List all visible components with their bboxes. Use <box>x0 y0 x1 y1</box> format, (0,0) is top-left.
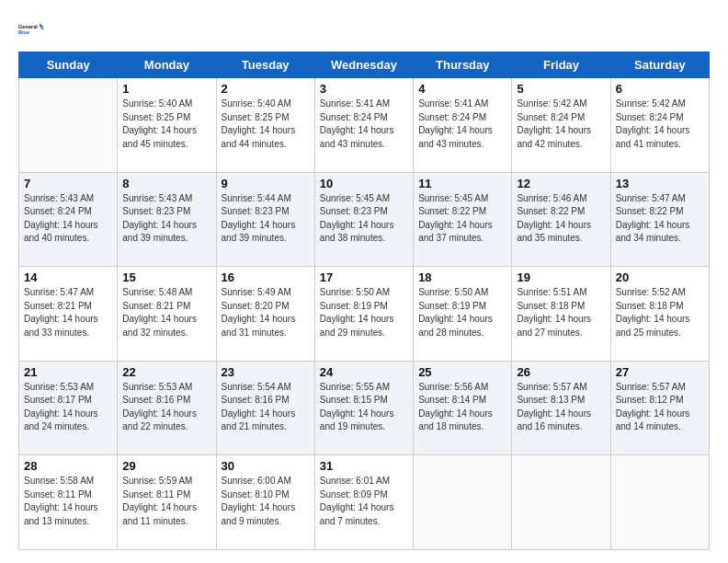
table-cell: 10Sunrise: 5:45 AMSunset: 8:23 PMDayligh… <box>314 172 413 267</box>
cell-info: Sunrise: 5:40 AMSunset: 8:25 PMDaylight:… <box>122 98 210 151</box>
day-number: 29 <box>122 459 210 473</box>
calendar-row: 14Sunrise: 5:47 AMSunset: 8:21 PMDayligh… <box>19 267 710 362</box>
calendar-row: 7Sunrise: 5:43 AMSunset: 8:24 PMDaylight… <box>19 172 710 267</box>
table-cell: 4Sunrise: 5:41 AMSunset: 8:24 PMDaylight… <box>414 78 512 173</box>
table-cell: 16Sunrise: 5:49 AMSunset: 8:20 PMDayligh… <box>216 267 314 362</box>
table-cell: 11Sunrise: 5:45 AMSunset: 8:22 PMDayligh… <box>414 172 512 267</box>
calendar-row: 21Sunrise: 5:53 AMSunset: 8:17 PMDayligh… <box>19 361 710 455</box>
day-number: 23 <box>222 365 310 379</box>
cell-info: Sunrise: 5:40 AMSunset: 8:25 PMDaylight:… <box>222 98 310 151</box>
day-number: 25 <box>418 365 506 379</box>
cell-info: Sunrise: 5:57 AMSunset: 8:12 PMDaylight:… <box>616 381 704 434</box>
day-number: 12 <box>517 177 605 190</box>
cell-info: Sunrise: 5:45 AMSunset: 8:22 PMDaylight:… <box>418 192 506 246</box>
cell-info: Sunrise: 5:53 AMSunset: 8:17 PMDaylight:… <box>24 381 112 434</box>
cell-info: Sunrise: 5:58 AMSunset: 8:11 PMDaylight:… <box>24 475 112 528</box>
day-number: 20 <box>616 270 704 284</box>
day-number: 13 <box>616 177 704 190</box>
col-thursday: Thursday <box>414 52 512 78</box>
cell-info: Sunrise: 5:56 AMSunset: 8:14 PMDaylight:… <box>418 381 506 434</box>
table-cell: 3Sunrise: 5:41 AMSunset: 8:24 PMDaylight… <box>314 78 413 173</box>
table-cell: 1Sunrise: 5:40 AMSunset: 8:25 PMDaylight… <box>118 78 216 173</box>
day-number: 24 <box>320 365 408 379</box>
table-cell <box>19 78 118 173</box>
cell-info: Sunrise: 5:44 AMSunset: 8:23 PMDaylight:… <box>222 192 310 246</box>
cell-info: Sunrise: 5:43 AMSunset: 8:23 PMDaylight:… <box>122 192 210 246</box>
day-number: 17 <box>320 270 408 284</box>
day-number: 4 <box>418 82 506 96</box>
cell-info: Sunrise: 5:49 AMSunset: 8:20 PMDaylight:… <box>222 286 310 339</box>
table-cell: 30Sunrise: 6:00 AMSunset: 8:10 PMDayligh… <box>216 455 314 550</box>
svg-marker-3 <box>40 27 43 30</box>
cell-info: Sunrise: 5:47 AMSunset: 8:22 PMDaylight:… <box>616 192 704 246</box>
cell-info: Sunrise: 5:51 AMSunset: 8:18 PMDaylight:… <box>517 286 605 339</box>
day-number: 26 <box>517 365 605 379</box>
table-cell <box>610 455 709 550</box>
svg-marker-2 <box>40 23 43 27</box>
table-cell: 12Sunrise: 5:46 AMSunset: 8:22 PMDayligh… <box>512 172 610 267</box>
table-cell: 18Sunrise: 5:50 AMSunset: 8:19 PMDayligh… <box>414 267 512 362</box>
day-number: 19 <box>517 270 605 284</box>
table-cell: 17Sunrise: 5:50 AMSunset: 8:19 PMDayligh… <box>314 267 413 362</box>
day-number: 14 <box>24 270 112 284</box>
table-cell: 14Sunrise: 5:47 AMSunset: 8:21 PMDayligh… <box>19 267 118 362</box>
day-number: 1 <box>122 82 210 96</box>
day-number: 9 <box>222 177 310 190</box>
table-cell <box>414 455 512 550</box>
day-number: 7 <box>24 177 112 190</box>
table-cell <box>512 455 610 550</box>
cell-info: Sunrise: 5:46 AMSunset: 8:22 PMDaylight:… <box>517 192 605 246</box>
cell-info: Sunrise: 5:55 AMSunset: 8:15 PMDaylight:… <box>320 381 408 434</box>
day-number: 21 <box>24 365 112 379</box>
cell-info: Sunrise: 5:53 AMSunset: 8:16 PMDaylight:… <box>122 381 210 434</box>
day-number: 30 <box>222 459 310 473</box>
cell-info: Sunrise: 5:54 AMSunset: 8:16 PMDaylight:… <box>222 381 310 434</box>
day-number: 8 <box>122 177 210 190</box>
page: GeneralBlue Sunday Monday Tuesday Wednes… <box>0 0 728 563</box>
cell-info: Sunrise: 5:41 AMSunset: 8:24 PMDaylight:… <box>320 98 408 151</box>
calendar-row: 28Sunrise: 5:58 AMSunset: 8:11 PMDayligh… <box>19 455 710 550</box>
table-cell: 19Sunrise: 5:51 AMSunset: 8:18 PMDayligh… <box>512 267 610 362</box>
table-cell: 31Sunrise: 6:01 AMSunset: 8:09 PMDayligh… <box>314 455 413 550</box>
header: GeneralBlue <box>18 17 710 42</box>
cell-info: Sunrise: 5:50 AMSunset: 8:19 PMDaylight:… <box>320 286 408 339</box>
col-tuesday: Tuesday <box>216 52 314 78</box>
col-monday: Monday <box>118 52 216 78</box>
day-number: 15 <box>122 270 210 284</box>
calendar-row: 1Sunrise: 5:40 AMSunset: 8:25 PMDaylight… <box>19 78 710 173</box>
day-number: 18 <box>418 270 506 284</box>
cell-info: Sunrise: 5:47 AMSunset: 8:21 PMDaylight:… <box>24 286 112 339</box>
table-cell: 21Sunrise: 5:53 AMSunset: 8:17 PMDayligh… <box>19 361 118 455</box>
table-cell: 6Sunrise: 5:42 AMSunset: 8:24 PMDaylight… <box>610 78 709 173</box>
svg-text:General: General <box>18 24 38 29</box>
day-number: 16 <box>222 270 310 284</box>
logo: GeneralBlue <box>18 17 44 42</box>
table-cell: 23Sunrise: 5:54 AMSunset: 8:16 PMDayligh… <box>216 361 314 455</box>
col-friday: Friday <box>512 52 610 78</box>
calendar-table: Sunday Monday Tuesday Wednesday Thursday… <box>18 52 710 550</box>
day-number: 5 <box>517 82 605 96</box>
cell-info: Sunrise: 5:50 AMSunset: 8:19 PMDaylight:… <box>418 286 506 339</box>
table-cell: 5Sunrise: 5:42 AMSunset: 8:24 PMDaylight… <box>512 78 610 173</box>
table-cell: 20Sunrise: 5:52 AMSunset: 8:18 PMDayligh… <box>610 267 709 362</box>
table-cell: 22Sunrise: 5:53 AMSunset: 8:16 PMDayligh… <box>118 361 216 455</box>
cell-info: Sunrise: 5:52 AMSunset: 8:18 PMDaylight:… <box>616 286 704 339</box>
table-cell: 28Sunrise: 5:58 AMSunset: 8:11 PMDayligh… <box>19 455 118 550</box>
table-cell: 25Sunrise: 5:56 AMSunset: 8:14 PMDayligh… <box>414 361 512 455</box>
table-cell: 9Sunrise: 5:44 AMSunset: 8:23 PMDaylight… <box>216 172 314 267</box>
cell-info: Sunrise: 5:41 AMSunset: 8:24 PMDaylight:… <box>418 98 506 151</box>
logo-icon: GeneralBlue <box>18 17 44 42</box>
col-saturday: Saturday <box>610 52 709 78</box>
day-number: 10 <box>320 177 408 190</box>
day-number: 27 <box>616 365 704 379</box>
table-cell: 2Sunrise: 5:40 AMSunset: 8:25 PMDaylight… <box>216 78 314 173</box>
cell-info: Sunrise: 6:00 AMSunset: 8:10 PMDaylight:… <box>222 475 310 528</box>
svg-text:Blue: Blue <box>18 29 29 35</box>
table-cell: 13Sunrise: 5:47 AMSunset: 8:22 PMDayligh… <box>610 172 709 267</box>
cell-info: Sunrise: 5:42 AMSunset: 8:24 PMDaylight:… <box>616 98 704 151</box>
cell-info: Sunrise: 5:42 AMSunset: 8:24 PMDaylight:… <box>517 98 605 151</box>
cell-info: Sunrise: 5:48 AMSunset: 8:21 PMDaylight:… <box>122 286 210 339</box>
day-number: 6 <box>616 82 704 96</box>
day-number: 28 <box>24 459 112 473</box>
day-number: 2 <box>222 82 310 96</box>
